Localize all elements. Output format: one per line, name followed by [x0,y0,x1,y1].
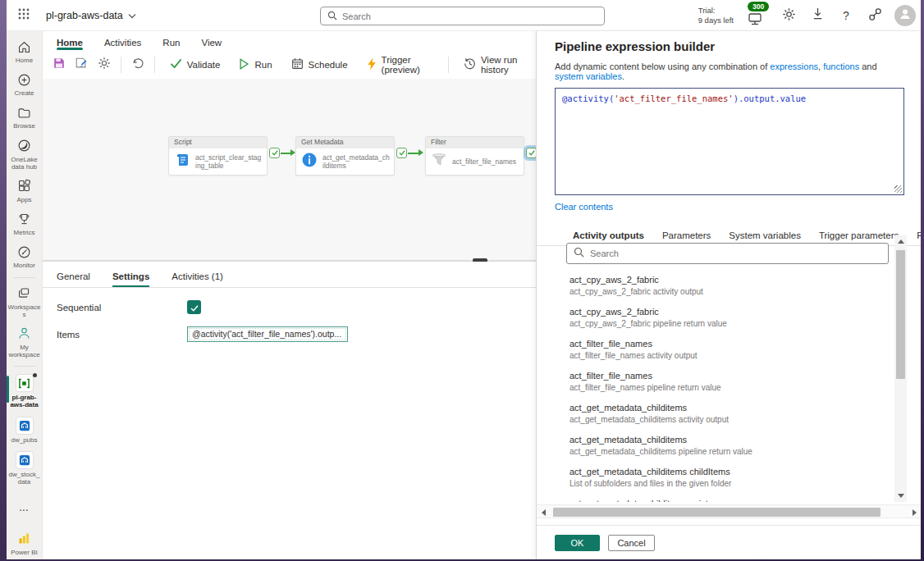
cancel-button[interactable]: Cancel [608,535,655,551]
pipeline-settings-button[interactable] [96,55,112,75]
sidebar-item-home[interactable]: Home [7,39,43,64]
scroll-down-arrow-icon[interactable] [898,494,904,498]
global-search-box[interactable] [320,7,605,25]
activity-card-filter[interactable]: Filter act_filter_file_names [425,136,524,176]
ok-button[interactable]: OK [555,535,600,551]
sidebar-divider [14,366,35,367]
folder-icon [16,104,33,121]
lightning-icon [367,57,377,72]
scroll-left-arrow-icon[interactable] [542,509,546,516]
schedule-button[interactable]: Schedule [285,55,355,74]
vertical-scroll-thumb[interactable] [896,250,905,379]
panel-description: Add dynamic content below using any comb… [555,62,903,81]
activity-card-get-metadata[interactable]: Get Metadata act_get_metadata_childitems [295,136,395,176]
sidebar-item-browse[interactable]: Browse [7,104,43,130]
toolbar-separator [154,57,155,73]
sidebar-item-metrics[interactable]: Metrics [7,211,43,236]
outputs-search-input[interactable] [590,249,881,258]
apps-icon [16,178,33,194]
activity-type-label: Get Metadata [296,137,394,148]
trigger-preview-button[interactable]: Trigger (preview) [360,52,441,77]
tab-settings[interactable]: Settings [112,271,149,287]
sidebar-more-button[interactable]: ... [7,504,43,513]
sidebar-item-monitor[interactable]: Monitor [7,244,43,269]
sidebar-divider [14,277,35,278]
list-item[interactable]: act_filter_file_names act_filter_file_na… [569,339,894,360]
validate-button[interactable]: Validate [163,56,227,73]
vertical-scrollbar[interactable] [894,235,907,502]
expression-string-text: 'act_filter_file_names' [614,94,733,103]
success-connector-badge[interactable] [396,148,407,158]
items-expression-field[interactable]: @activity('act_filter_file_names').outp.… [187,326,348,342]
functions-link[interactable]: functions [823,62,859,71]
sidebar-item-powerbi[interactable]: Power BI [7,531,43,556]
global-search-input[interactable] [342,11,597,21]
activity-name: act_filter_file_names [452,157,519,166]
horizontal-scroll-thumb[interactable] [553,508,881,517]
sequential-row: Sequential [43,300,536,314]
list-item[interactable]: act_get_metadata_childitems exists [569,499,894,502]
resize-grip[interactable] [894,185,902,193]
sequential-label: Sequential [57,303,187,312]
panel-title: Pipeline expression builder [555,39,921,53]
search-icon [327,9,337,24]
list-item[interactable]: act_filter_file_names act_filter_file_na… [569,371,894,392]
activity-card-script[interactable]: Script act_script_clear_staging_table [168,136,268,176]
tab-functions[interactable]: Functions [917,230,921,245]
activity-type-label: Script [169,137,267,148]
expressions-link[interactable]: expressions [770,62,818,71]
horizontal-scrollbar[interactable] [537,504,921,518]
clear-contents-link[interactable]: Clear contents [555,202,613,212]
system-variables-link[interactable]: system variables [555,71,622,81]
success-connector-badge-selected[interactable] [526,148,536,158]
get-metadata-activity-icon [301,152,318,171]
sidebar-item-my-workspace[interactable]: My workspace [7,326,43,358]
scroll-up-arrow-icon[interactable] [898,239,904,244]
desktop-frame: pl-grab-aws-data Trial: 9 days left 300 [0,0,924,561]
sidebar-item-dw-stock-data[interactable]: dw_stock_data [7,451,43,486]
success-connector-badge[interactable] [269,148,280,158]
pipeline-title-menu[interactable]: pl-grab-aws-data [46,10,136,21]
outputs-search-box[interactable] [566,243,889,264]
filter-activity-icon [431,152,447,171]
scroll-right-arrow-icon[interactable] [913,509,917,516]
list-item[interactable]: act_cpy_aws_2_fabric act_cpy_aws_2_fabri… [569,275,894,296]
sidebar-item-pipeline[interactable]: pl-grab-aws-data [7,374,43,408]
link-icon [868,7,882,25]
sidebar-item-workspaces[interactable]: Workspaces [7,285,43,318]
person-icon [899,7,912,24]
expression-editor[interactable]: @activity('act_filter_file_names').outpu… [555,88,904,195]
list-item[interactable]: act_get_metadata_childitems act_get_meta… [569,435,894,456]
sidebar-item-dw-pubs[interactable]: dw_pubs [7,417,43,444]
sidebar-item-onelake[interactable]: OneLake data hub [7,138,43,171]
calendar-icon [291,57,304,71]
view-run-history-button[interactable]: View run history [457,52,536,77]
tab-activities[interactable]: Activities [104,38,141,50]
share-button[interactable] [866,7,884,25]
help-button[interactable]: ? [837,7,855,25]
downloads-button[interactable] [808,7,826,25]
list-item[interactable]: act_get_metadata_childitems childItems L… [569,467,894,488]
sidebar-item-create[interactable]: Create [7,71,43,97]
outputs-scroll-region: act_cpy_aws_2_fabric act_cpy_aws_2_fabri… [537,235,894,502]
tab-home[interactable]: Home [57,38,83,50]
sidebar-item-apps[interactable]: Apps [7,178,43,203]
account-avatar[interactable] [894,5,916,26]
settings-button[interactable] [780,7,798,25]
list-item[interactable]: act_cpy_aws_2_fabric act_cpy_aws_2_fabri… [569,307,894,328]
list-item[interactable]: act_get_metadata_childitems act_get_meta… [569,403,894,424]
tab-activities-count[interactable]: Activities (1) [172,271,223,287]
download-icon [812,7,824,24]
trophy-icon [16,211,33,227]
app-launcher-button[interactable] [7,0,41,31]
save-as-button[interactable] [73,55,89,75]
undo-button[interactable] [130,55,146,75]
run-button[interactable]: Run [232,56,278,74]
tab-general[interactable]: General [57,271,90,287]
save-icon [53,57,66,73]
tab-view[interactable]: View [201,38,222,50]
sequential-checkbox[interactable] [187,300,201,314]
capacity-button[interactable]: 300 [744,3,769,28]
tab-run[interactable]: Run [162,38,180,50]
save-button[interactable] [51,55,67,75]
